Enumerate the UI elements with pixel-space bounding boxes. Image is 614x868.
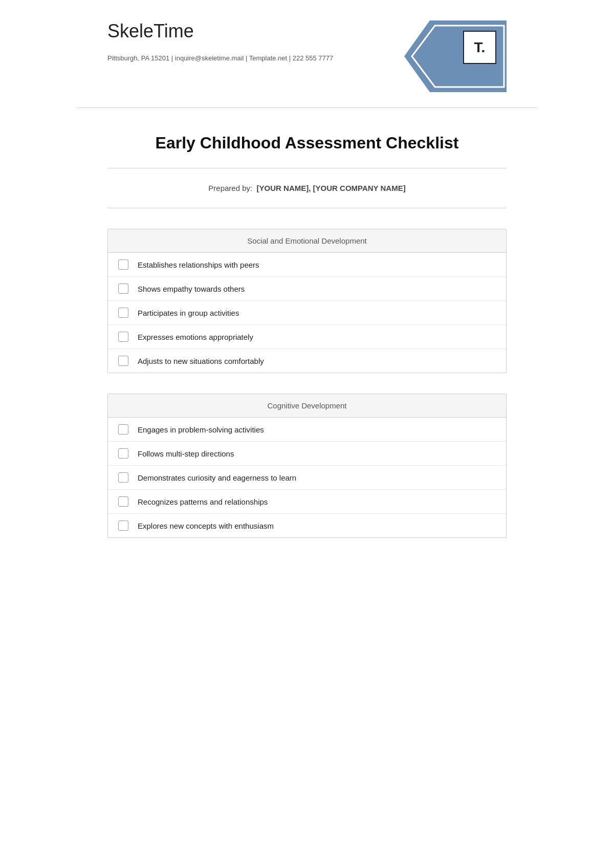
list-item[interactable]: Recognizes patterns and relationships <box>108 490 506 514</box>
logo-box: T. <box>463 31 496 64</box>
checkbox-icon[interactable] <box>118 259 128 270</box>
section-header-cognitive: Cognitive Development <box>108 394 506 418</box>
item-label: Follows multi-step directions <box>138 449 234 458</box>
list-item[interactable]: Engages in problem-solving activities <box>108 418 506 442</box>
checklist-content: Social and Emotional DevelopmentEstablis… <box>77 229 537 579</box>
checkbox-icon[interactable] <box>118 472 128 483</box>
list-item[interactable]: Participates in group activities <box>108 301 506 325</box>
list-item[interactable]: Adjusts to new situations comfortably <box>108 349 506 373</box>
title-divider <box>107 168 507 168</box>
checkbox-icon[interactable] <box>118 284 128 294</box>
prepared-by-label: Prepared by: <box>208 184 252 192</box>
list-item[interactable]: Expresses emotions appropriately <box>108 325 506 349</box>
checkbox-icon[interactable] <box>118 308 128 318</box>
list-item[interactable]: Explores new concepts with enthusiasm <box>108 514 506 537</box>
document-title: Early Childhood Assessment Checklist <box>107 134 507 153</box>
list-item[interactable]: Shows empathy towards others <box>108 277 506 301</box>
item-label: Engages in problem-solving activities <box>138 425 264 434</box>
item-label: Adjusts to new situations comfortably <box>138 357 264 365</box>
section-header-social-emotional: Social and Emotional Development <box>108 229 506 253</box>
prepared-by-divider <box>107 208 507 208</box>
logo-letter: T. <box>474 39 486 56</box>
item-label: Shows empathy towards others <box>138 285 245 293</box>
company-contact: Pittsburgh, PA 15201 | inquire@skeletime… <box>107 54 333 62</box>
page-header: SkeleTime Pittsburgh, PA 15201 | inquire… <box>77 0 537 102</box>
checklist-section-social-emotional: Social and Emotional DevelopmentEstablis… <box>107 229 507 373</box>
list-item[interactable]: Demonstrates curiosity and eagerness to … <box>108 466 506 490</box>
list-item[interactable]: Establishes relationships with peers <box>108 253 506 277</box>
checklist-section-cognitive: Cognitive DevelopmentEngages in problem-… <box>107 394 507 538</box>
checkbox-icon[interactable] <box>118 356 128 366</box>
company-name: SkeleTime <box>107 20 333 42</box>
item-label: Participates in group activities <box>138 309 239 317</box>
item-label: Explores new concepts with enthusiasm <box>138 522 274 530</box>
prepared-by-value: [YOUR NAME], [YOUR COMPANY NAME] <box>257 184 406 192</box>
checkbox-icon[interactable] <box>118 520 128 531</box>
checkbox-icon[interactable] <box>118 332 128 342</box>
item-label: Recognizes patterns and relationships <box>138 497 268 506</box>
company-info: SkeleTime Pittsburgh, PA 15201 | inquire… <box>107 20 333 62</box>
item-label: Demonstrates curiosity and eagerness to … <box>138 473 296 482</box>
checkbox-icon[interactable] <box>118 424 128 435</box>
prepared-by: Prepared by: [YOUR NAME], [YOUR COMPANY … <box>107 184 507 192</box>
item-label: Expresses emotions appropriately <box>138 333 253 341</box>
checkbox-icon[interactable] <box>118 496 128 507</box>
logo-area: T. <box>394 20 507 92</box>
title-section: Early Childhood Assessment Checklist Pre… <box>77 107 537 229</box>
list-item[interactable]: Follows multi-step directions <box>108 442 506 466</box>
checkbox-icon[interactable] <box>118 448 128 459</box>
item-label: Establishes relationships with peers <box>138 261 259 269</box>
